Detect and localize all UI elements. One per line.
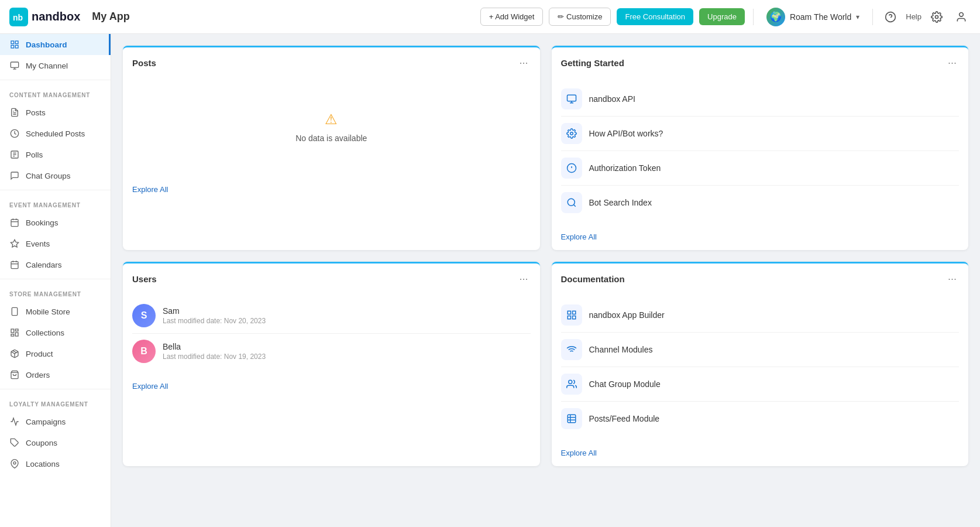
sidebar-section-event: EVENT MANAGEMENT xyxy=(0,194,111,212)
getting-started-widget-title: Getting Started xyxy=(561,58,624,68)
documentation-item-label: nandbox App Builder xyxy=(589,310,665,320)
chat-groups-icon xyxy=(9,170,20,181)
sidebar-item-orders[interactable]: Orders xyxy=(0,364,111,385)
svg-rect-6 xyxy=(11,41,14,44)
getting-started-widget-footer: Explore All xyxy=(552,225,969,250)
list-item[interactable]: Channel Modules xyxy=(561,333,960,367)
user-meta: Last modified date: Nov 19, 2023 xyxy=(163,353,266,361)
svg-rect-37 xyxy=(11,334,14,336)
collections-icon xyxy=(9,327,20,338)
add-widget-button[interactable]: + Add Widget xyxy=(480,8,544,26)
app-builder-icon-wrap xyxy=(561,304,582,326)
sidebar-section-loyalty: LOYALTY MANAGEMENT xyxy=(0,393,111,411)
list-item[interactable]: How API/Bot works? xyxy=(561,117,960,151)
globe-icon: 🌍 xyxy=(766,8,785,26)
getting-started-widget: Getting Started ··· nandbox API xyxy=(552,46,969,250)
profile-button[interactable] xyxy=(952,8,971,26)
svg-rect-35 xyxy=(15,329,18,331)
getting-started-item-label: Bot Search Index xyxy=(589,198,652,207)
sidebar-item-collections[interactable]: Collections xyxy=(0,322,111,343)
documentation-explore-all-link[interactable]: Explore All xyxy=(561,449,597,457)
list-item[interactable]: Authorization Token xyxy=(561,151,960,186)
search-icon-wrap xyxy=(561,192,582,213)
users-widget-header: Users ··· xyxy=(123,264,540,292)
coupons-icon xyxy=(9,437,20,448)
users-widget-footer: Explore All xyxy=(123,375,540,399)
svg-text:nb: nb xyxy=(13,13,23,22)
nandbox-logo-icon: nb xyxy=(9,8,28,26)
list-item[interactable]: Posts/Feed Module xyxy=(561,402,960,436)
info-icon-wrap xyxy=(561,158,582,179)
sidebar-item-campaigns[interactable]: Campaigns xyxy=(0,411,111,432)
getting-started-widget-body: nandbox API How API/Bot works? xyxy=(552,76,969,225)
posts-icon xyxy=(9,107,20,118)
users-widget-title: Users xyxy=(132,274,157,284)
free-consultation-button[interactable]: Free Consultation xyxy=(617,8,693,25)
documentation-widget-body: nandbox App Builder Channel Modules xyxy=(552,292,969,442)
sidebar-item-coupons[interactable]: Coupons xyxy=(0,432,111,453)
app-selector-name: Roam The World xyxy=(790,12,851,22)
upgrade-button[interactable]: Upgrade xyxy=(699,8,745,25)
svg-point-57 xyxy=(568,380,572,384)
mobile-store-icon xyxy=(9,306,20,317)
users-widget-menu-button[interactable]: ··· xyxy=(517,272,530,286)
app-selector[interactable]: 🌍 Roam The World ▾ xyxy=(762,5,864,29)
avatar: S xyxy=(132,304,156,327)
getting-started-explore-all-link[interactable]: Explore All xyxy=(561,232,597,241)
getting-started-widget-menu-button[interactable]: ··· xyxy=(945,56,959,70)
posts-widget-header: Posts ··· xyxy=(123,47,540,76)
sidebar-item-chat-groups[interactable]: Chat Groups xyxy=(0,165,111,186)
svg-line-38 xyxy=(13,351,16,353)
posts-explore-all-link[interactable]: Explore All xyxy=(132,185,168,194)
users-widget: Users ··· S Sam Last modified date: Nov … xyxy=(123,262,540,466)
app-title: My App xyxy=(92,11,480,23)
settings-button[interactable] xyxy=(927,8,946,26)
svg-point-4 xyxy=(936,15,938,18)
sidebar-divider-2 xyxy=(0,190,111,190)
posts-widget-menu-button[interactable]: ··· xyxy=(517,56,530,70)
getting-started-item-label: nandbox API xyxy=(589,94,635,104)
sidebar-label-my-channel: My Channel xyxy=(26,61,68,70)
posts-widget-title: Posts xyxy=(132,58,156,68)
sidebar-item-events[interactable]: Events xyxy=(0,233,111,254)
users-explore-all-link[interactable]: Explore All xyxy=(132,382,168,391)
sidebar-item-dashboard[interactable]: Dashboard xyxy=(0,34,111,55)
main-layout: Dashboard My Channel CONTENT MANAGEMENT … xyxy=(0,34,980,527)
sidebar-item-posts[interactable]: Posts xyxy=(0,102,111,123)
help-label: Help xyxy=(906,12,921,21)
svg-point-42 xyxy=(13,462,16,464)
documentation-widget-menu-button[interactable]: ··· xyxy=(945,272,959,286)
bookings-icon xyxy=(9,217,20,228)
svg-rect-43 xyxy=(567,95,576,101)
sidebar-item-my-channel[interactable]: My Channel xyxy=(0,55,111,76)
dashboard-icon xyxy=(9,39,20,50)
sidebar-item-scheduled-posts[interactable]: Scheduled Posts xyxy=(0,123,111,144)
customize-button[interactable]: ✏ Customize xyxy=(549,8,611,26)
list-item[interactable]: nandbox App Builder xyxy=(561,298,960,333)
sidebar-label-calendars: Calendars xyxy=(26,261,62,269)
getting-started-widget-header: Getting Started ··· xyxy=(552,47,969,76)
svg-point-5 xyxy=(960,12,964,16)
api-icon-wrap xyxy=(561,88,582,109)
posts-widget-body: ⚠ No data is available xyxy=(123,76,540,178)
sidebar-label-posts: Posts xyxy=(26,108,46,117)
list-item[interactable]: Chat Group Module xyxy=(561,367,960,402)
sidebar-item-calendars[interactable]: Calendars xyxy=(0,254,111,275)
calendars-icon xyxy=(9,259,20,270)
sidebar-item-locations[interactable]: Locations xyxy=(0,453,111,474)
locations-icon xyxy=(9,458,20,469)
sidebar-label-product: Product xyxy=(26,350,53,358)
sidebar-item-polls[interactable]: Polls xyxy=(0,144,111,165)
sidebar-label-scheduled-posts: Scheduled Posts xyxy=(26,129,85,138)
sidebar-item-bookings[interactable]: Bookings xyxy=(0,212,111,233)
sidebar-item-mobile-store[interactable]: Mobile Store xyxy=(0,301,111,322)
list-item[interactable]: nandbox API xyxy=(561,82,960,117)
posts-no-data: ⚠ No data is available xyxy=(132,82,531,172)
users-widget-body: S Sam Last modified date: Nov 20, 2023 B… xyxy=(123,292,540,375)
sidebar-item-product[interactable]: Product xyxy=(0,343,111,364)
help-button[interactable] xyxy=(881,8,900,26)
list-item[interactable]: Bot Search Index xyxy=(561,186,960,220)
user-meta: Last modified date: Nov 20, 2023 xyxy=(163,317,266,325)
channel-icon xyxy=(9,60,20,71)
user-name: Sam xyxy=(163,306,266,316)
